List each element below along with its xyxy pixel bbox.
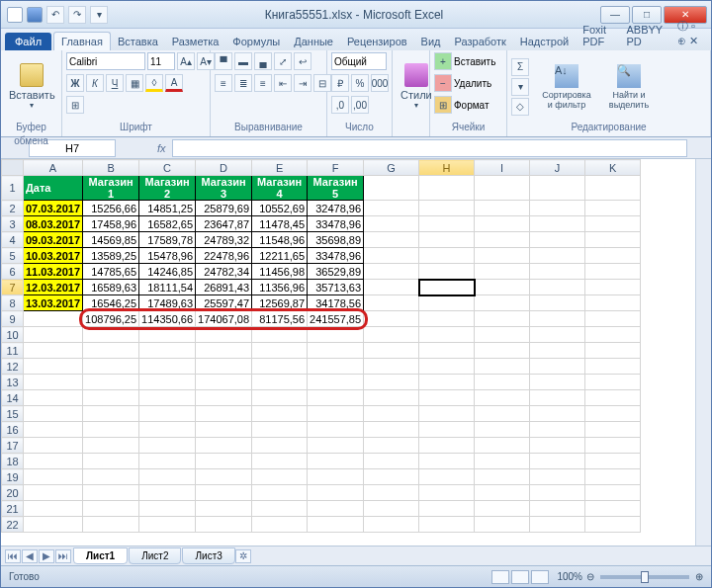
cell-I3[interactable]	[475, 216, 530, 232]
cell-H4[interactable]	[419, 232, 475, 248]
borders-button[interactable]: ⊞	[66, 96, 84, 114]
cell-G3[interactable]	[364, 216, 419, 232]
cell-A4[interactable]: 09.03.2017	[24, 232, 83, 248]
cell-C14[interactable]	[139, 390, 196, 406]
cell-A1[interactable]: Дата	[24, 176, 83, 201]
cell-I21[interactable]	[475, 501, 530, 517]
cell-K12[interactable]	[585, 359, 641, 375]
cell-I12[interactable]	[475, 359, 530, 375]
cell-K10[interactable]	[585, 327, 641, 343]
cell-A8[interactable]: 13.03.2017	[24, 295, 83, 311]
cell-J14[interactable]	[530, 390, 585, 406]
tab-view[interactable]: Вид	[414, 33, 448, 50]
cell-A21[interactable]	[24, 501, 83, 517]
cell-H1[interactable]	[419, 176, 475, 201]
align-top[interactable]: ▀	[215, 52, 232, 70]
cell-D8[interactable]: 25597,47	[196, 295, 252, 311]
cell-I18[interactable]	[475, 454, 530, 469]
cell-J4[interactable]	[530, 232, 585, 248]
cell-E8[interactable]: 12569,87	[252, 295, 308, 311]
tab-foxit[interactable]: Foxit PDF	[576, 21, 619, 50]
cell-I10[interactable]	[475, 327, 530, 343]
cell-H17[interactable]	[419, 438, 475, 454]
cell-E16[interactable]	[252, 422, 308, 438]
cell-H10[interactable]	[419, 327, 475, 343]
row-header-22[interactable]: 22	[2, 517, 24, 533]
cell-H15[interactable]	[419, 406, 475, 422]
cell-J8[interactable]	[530, 295, 585, 311]
cell-E1[interactable]: Магазин 4	[252, 176, 308, 201]
tab-addins[interactable]: Надстрой	[513, 33, 576, 50]
cell-K8[interactable]	[585, 295, 641, 311]
cell-K13[interactable]	[585, 375, 641, 390]
cell-B3[interactable]: 17458,96	[83, 216, 139, 232]
cell-H8[interactable]	[419, 295, 475, 311]
redo-button[interactable]: ↷	[68, 6, 86, 24]
row-header-7[interactable]: 7	[2, 280, 24, 295]
col-header-J[interactable]: J	[530, 160, 585, 176]
cell-H22[interactable]	[419, 517, 475, 533]
cell-D7[interactable]: 26891,43	[196, 280, 252, 295]
font-size-select[interactable]	[147, 52, 175, 70]
cell-B19[interactable]	[83, 469, 139, 485]
row-header-17[interactable]: 17	[2, 438, 24, 454]
row-header-19[interactable]: 19	[2, 469, 24, 485]
view-pagebreak[interactable]	[531, 570, 549, 584]
cell-J16[interactable]	[530, 422, 585, 438]
cell-G19[interactable]	[364, 469, 419, 485]
cell-E17[interactable]	[252, 438, 308, 454]
cell-D11[interactable]	[196, 343, 252, 359]
cell-D18[interactable]	[196, 454, 252, 469]
cell-H18[interactable]	[419, 454, 475, 469]
paste-button[interactable]: Вставить ▾	[5, 61, 59, 112]
cell-J22[interactable]	[530, 517, 585, 533]
formula-bar[interactable]	[172, 139, 687, 157]
cell-E9[interactable]: 81175,56	[252, 311, 308, 327]
cell-K16[interactable]	[585, 422, 641, 438]
cell-D15[interactable]	[196, 406, 252, 422]
cells-insert-button[interactable]: +Вставить	[434, 52, 495, 70]
row-header-11[interactable]: 11	[2, 343, 24, 359]
cell-C5[interactable]: 15478,96	[139, 248, 196, 264]
row-header-21[interactable]: 21	[2, 501, 24, 517]
cell-G16[interactable]	[364, 422, 419, 438]
sheet-tab-2[interactable]: Лист2	[129, 547, 181, 564]
cell-D20[interactable]	[196, 485, 252, 501]
cell-J1[interactable]	[530, 176, 585, 201]
cell-K9[interactable]	[585, 311, 641, 327]
cell-E21[interactable]	[252, 501, 308, 517]
decimal-dec[interactable]: ,00	[351, 96, 369, 114]
tab-insert[interactable]: Вставка	[111, 33, 165, 50]
underline-button[interactable]: Ч	[106, 74, 124, 92]
cell-H12[interactable]	[419, 359, 475, 375]
cell-E3[interactable]: 11478,45	[252, 216, 308, 232]
row-header-18[interactable]: 18	[2, 454, 24, 469]
row-header-8[interactable]: 8	[2, 295, 24, 311]
zoom-out[interactable]: ⊖	[586, 571, 594, 582]
zoom-slider[interactable]	[600, 575, 689, 579]
cell-I15[interactable]	[475, 406, 530, 422]
cell-F6[interactable]: 36529,89	[308, 264, 364, 280]
tab-home[interactable]: Главная	[53, 32, 111, 50]
cell-F19[interactable]	[308, 469, 364, 485]
cell-K17[interactable]	[585, 438, 641, 454]
cell-D19[interactable]	[196, 469, 252, 485]
cell-C19[interactable]	[139, 469, 196, 485]
cell-B20[interactable]	[83, 485, 139, 501]
cell-E7[interactable]: 11356,96	[252, 280, 308, 295]
cell-C6[interactable]: 14246,85	[139, 264, 196, 280]
cell-K11[interactable]	[585, 343, 641, 359]
cell-D5[interactable]: 22478,96	[196, 248, 252, 264]
cell-E4[interactable]: 11548,96	[252, 232, 308, 248]
cell-B16[interactable]	[83, 422, 139, 438]
cell-A3[interactable]: 08.03.2017	[24, 216, 83, 232]
cell-C1[interactable]: Магазин 2	[139, 176, 196, 201]
decimal-inc[interactable]: ,0	[331, 96, 349, 114]
cell-I11[interactable]	[475, 343, 530, 359]
cell-J18[interactable]	[530, 454, 585, 469]
cell-D22[interactable]	[196, 517, 252, 533]
cell-F15[interactable]	[308, 406, 364, 422]
col-header-C[interactable]: C	[139, 160, 196, 176]
cell-G15[interactable]	[364, 406, 419, 422]
cell-I22[interactable]	[475, 517, 530, 533]
